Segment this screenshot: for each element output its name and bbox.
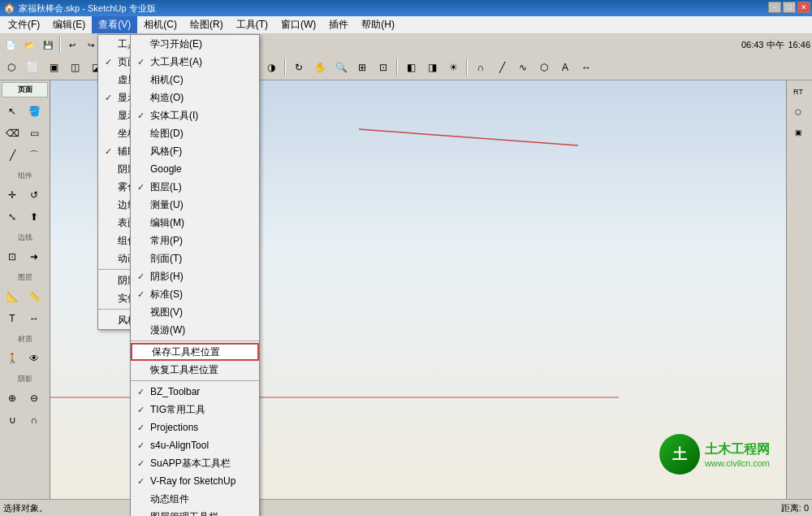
ts-drawing[interactable]: 绘图(D): [131, 124, 259, 142]
tool-row-7: 📐 📏: [2, 286, 48, 307]
svg-line-0: [359, 129, 578, 145]
solid-trim-btn[interactable]: ∩: [24, 410, 45, 431]
ts-layers[interactable]: ✓ 图层(L): [131, 178, 259, 196]
text-btn[interactable]: A: [555, 58, 575, 77]
ts-shadow[interactable]: ✓ 阴影(H): [131, 267, 259, 285]
ts-camera[interactable]: 相机(C): [131, 71, 259, 89]
ts-standard[interactable]: ✓ 标准(S): [131, 285, 259, 303]
menu-edit[interactable]: 编辑(E): [46, 16, 92, 33]
protractor-tool[interactable]: 📏: [24, 286, 45, 307]
shadow-btn[interactable]: ☀: [443, 58, 463, 77]
menu-draw[interactable]: 绘图(R): [184, 16, 230, 33]
tool-row-5: ⤡ ⬆: [2, 206, 48, 228]
close-button[interactable]: ✕: [797, 2, 810, 13]
zoom-btn[interactable]: 🔍: [331, 58, 351, 77]
panel-tab-pages[interactable]: 页面: [2, 82, 48, 98]
ts-bz-toolbar[interactable]: ✓ BZ_Toolbar: [131, 383, 259, 401]
line-btn[interactable]: ╱: [492, 58, 512, 77]
ts-s4u-align[interactable]: ✓ s4u-AlignTool: [131, 436, 259, 454]
sep7: [466, 59, 468, 76]
ts-suapp[interactable]: ✓ SuAPP基本工具栏: [131, 454, 259, 472]
arc-tool2[interactable]: ⌒: [24, 145, 45, 166]
menu-file[interactable]: 文件(F): [2, 16, 46, 33]
new-btn[interactable]: 📄: [2, 36, 19, 54]
ts-walkthrough[interactable]: 漫游(W): [131, 321, 259, 339]
select-tool[interactable]: ↖: [2, 101, 23, 122]
ts-views[interactable]: 视图(V): [131, 303, 259, 321]
section-show-btn[interactable]: ◨: [422, 58, 442, 77]
push-tool[interactable]: ⬆: [24, 206, 45, 228]
view-right-btn[interactable]: ◫: [65, 58, 84, 77]
tool-row-11: ∪ ∩: [2, 410, 48, 431]
tool-row-8: T ↔: [2, 308, 48, 329]
menu-tools[interactable]: 工具(T): [230, 16, 274, 33]
ts-restore-toolbar[interactable]: 恢复工具栏位置: [131, 361, 259, 379]
curve-btn[interactable]: ∿: [513, 58, 533, 77]
ts-dynamic-comp[interactable]: 动态组件: [131, 490, 259, 508]
ts-learn[interactable]: 学习开始(E): [131, 35, 259, 53]
watermark-line2: www.civilcn.com: [705, 458, 770, 468]
solid-inter-btn[interactable]: ⊖: [24, 388, 45, 409]
ts-projections[interactable]: ✓ Projections: [131, 418, 259, 436]
eraser-tool[interactable]: ⌫: [2, 123, 23, 144]
ts-layer-manager[interactable]: 图层管理工具栏: [131, 508, 259, 516]
view-iso-btn[interactable]: ⬡: [2, 58, 21, 77]
ts-style[interactable]: 风格(F): [131, 142, 259, 160]
toolbar-submenu[interactable]: 学习开始(E) ✓ 大工具栏(A) 相机(C) 构造(O) ✓ 实体工具(I) …: [130, 34, 260, 516]
time-date: 06:43: [741, 40, 764, 50]
ts-edit[interactable]: 编辑(M): [131, 214, 259, 232]
ts-measurement[interactable]: 测量(U): [131, 196, 259, 214]
maximize-button[interactable]: □: [783, 2, 796, 13]
watermark-text: 土木工程网 www.civilcn.com: [705, 441, 770, 468]
arc-btn[interactable]: ∩: [471, 58, 490, 77]
view-front-btn[interactable]: ▣: [44, 58, 63, 77]
rt-btn3[interactable]: ▣: [788, 123, 808, 142]
zoomfit-btn[interactable]: ⊞: [352, 58, 372, 77]
text-tool2[interactable]: T: [2, 308, 23, 329]
save-btn[interactable]: 💾: [39, 36, 57, 54]
pan-btn[interactable]: ✋: [310, 58, 330, 77]
look-tool[interactable]: 👁: [24, 348, 45, 369]
ts-vray[interactable]: ✓ V-Ray for SketchUp: [131, 472, 259, 490]
offset-tool[interactable]: ⊡: [2, 246, 23, 267]
ts-solid-tools[interactable]: ✓ 实体工具(I): [131, 106, 259, 124]
watermark-logo: 土: [659, 434, 700, 475]
ts-common[interactable]: 常用(P): [131, 232, 259, 249]
rt-btn2[interactable]: ⬡: [788, 102, 808, 122]
menu-camera[interactable]: 相机(C): [137, 16, 184, 33]
section-btn[interactable]: ◧: [401, 58, 421, 77]
menu-window[interactable]: 窗口(W): [274, 16, 322, 33]
solid-outer-btn[interactable]: ⊕: [2, 388, 23, 409]
zoomsel-btn[interactable]: ⊡: [374, 58, 393, 77]
ts-construction[interactable]: 构造(O): [131, 89, 259, 106]
follow-tool[interactable]: ➜: [24, 246, 45, 267]
minimize-button[interactable]: －: [768, 2, 781, 13]
orbit-btn[interactable]: ↻: [289, 58, 309, 77]
menu-plugin[interactable]: 插件: [322, 16, 355, 33]
measure-tool[interactable]: 📐: [2, 286, 23, 307]
dim-btn[interactable]: ↔: [577, 58, 596, 77]
rotate-tool[interactable]: ↺: [24, 184, 45, 206]
ts-largetoolset[interactable]: ✓ 大工具栏(A): [131, 53, 259, 71]
move-tool[interactable]: ✛: [2, 184, 23, 206]
rect-tool[interactable]: ▭: [24, 123, 45, 144]
ts-save-toolbar[interactable]: 保存工具栏位置: [131, 343, 259, 361]
solid-union-btn[interactable]: ∪: [2, 410, 23, 431]
open-btn[interactable]: 📂: [20, 36, 38, 54]
ts-google[interactable]: Google: [131, 160, 259, 178]
menu-view[interactable]: 查看(V): [92, 16, 137, 33]
paint-tool[interactable]: 🪣: [24, 101, 45, 122]
walk-tool[interactable]: 🚶: [2, 348, 23, 369]
ts-section[interactable]: 剖面(T): [131, 249, 259, 267]
view-top-btn[interactable]: ⬜: [23, 58, 42, 77]
poly-btn[interactable]: ⬡: [534, 58, 554, 77]
rt-btn1[interactable]: RT: [788, 82, 808, 102]
menu-help[interactable]: 帮助(H): [355, 16, 401, 33]
title-bar: 🏠 家福秋棒会.skp - SketchUp 专业版 － □ ✕: [0, 0, 812, 16]
ts-tig-tools[interactable]: ✓ TIG常用工具: [131, 401, 259, 418]
undo-btn[interactable]: ↩: [63, 36, 81, 54]
mono-btn[interactable]: ◑: [261, 58, 281, 77]
scale-tool[interactable]: ⤡: [2, 206, 23, 228]
line-tool[interactable]: ╱: [2, 145, 23, 166]
dim-tool2[interactable]: ↔: [24, 308, 45, 329]
